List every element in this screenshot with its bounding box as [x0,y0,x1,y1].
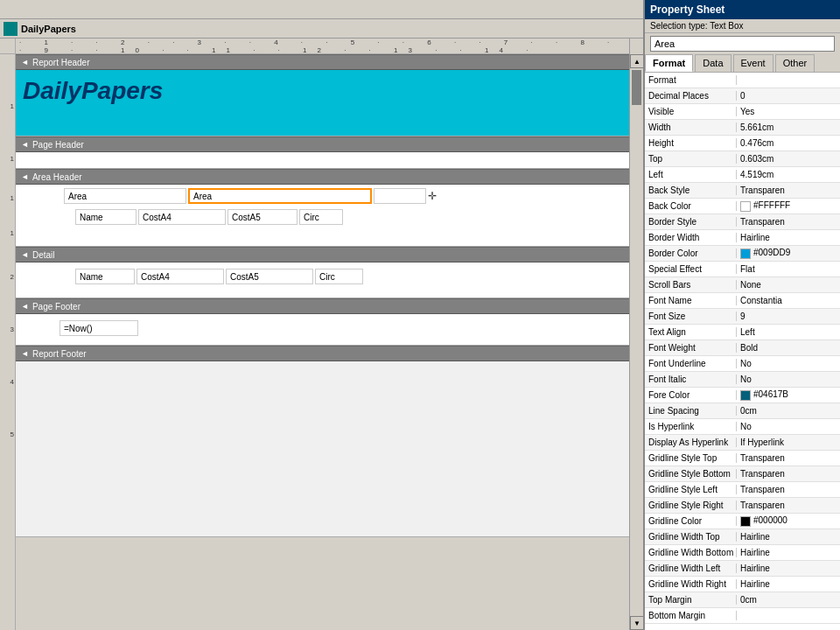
property-row[interactable]: Font UnderlineNo [645,356,840,372]
property-value[interactable]: Bold [737,343,840,353]
property-row[interactable]: Text AlignLeft [645,325,840,340]
detail-costa5[interactable]: CostA5 [226,269,313,284]
property-value[interactable]: No [737,359,840,368]
property-value[interactable]: Yes [737,107,840,116]
property-row[interactable]: Top0.603cm [645,151,840,167]
property-value[interactable]: Hairline [737,532,840,542]
property-name: Format [645,75,737,85]
object-name-field[interactable]: Area [650,36,835,52]
tab-other[interactable]: Other [775,54,816,72]
circ-label[interactable]: Circ [299,209,343,225]
property-value[interactable]: 9 [737,312,840,321]
report-title: DailyPapers [23,77,163,105]
property-value[interactable]: #009DD9 [737,248,840,258]
property-value[interactable]: Transparen [737,453,840,463]
property-row[interactable]: Border WidthHairline [645,230,840,246]
area-textbox-right[interactable] [374,188,426,204]
scroll-down-button[interactable]: ▼ [630,616,643,630]
title-bar: DailyPapers [0,19,643,38]
now-field[interactable]: =Now() [60,320,138,336]
detail-name[interactable]: Name [75,269,135,284]
property-row[interactable]: Width5.661cm [645,120,840,136]
property-value[interactable]: 4.519cm [737,170,840,179]
scroll-up-button[interactable]: ▲ [630,54,643,68]
property-row[interactable]: Border StyleTransparen [645,214,840,230]
property-value[interactable]: #FFFFFF [737,200,840,211]
property-row[interactable]: Font ItalicNo [645,372,840,388]
property-name: Font Underline [645,359,737,368]
area-textbox-selected[interactable]: Area ✛ [188,188,372,204]
property-row[interactable]: Font NameConstantia [645,293,840,309]
property-name: Gridline Style Top [645,453,737,463]
property-value[interactable]: Hairline [737,548,840,557]
property-row[interactable]: Display As HyperlinkIf Hyperlink [645,435,840,451]
property-row[interactable]: Font WeightBold [645,340,840,356]
property-value[interactable]: #000000 [737,515,840,526]
property-row[interactable]: Gridline Style RightTransparen [645,498,840,514]
property-value[interactable]: 0 [737,91,840,101]
property-row[interactable]: Gridline Style TopTransparen [645,451,840,466]
costa4-label[interactable]: CostA4 [138,209,226,225]
detail-circ[interactable]: Circ [315,269,363,284]
property-row[interactable]: Scroll BarsNone [645,277,840,293]
property-value[interactable]: Flat [737,264,840,274]
tab-data[interactable]: Data [695,54,731,72]
property-value[interactable]: None [737,280,840,290]
property-value[interactable]: Hairline [737,233,840,242]
property-row[interactable]: Back StyleTransparen [645,183,840,199]
property-row[interactable]: Top Margin0cm [645,592,840,608]
property-value[interactable]: No [737,374,840,384]
property-panel: Property Sheet Selection type: Text Box … [643,0,840,630]
property-row[interactable]: Special EffectFlat [645,262,840,277]
property-value[interactable]: Hairline [737,564,840,573]
property-value[interactable]: Hairline [737,579,840,589]
page-footer-body: =Now() [16,314,629,346]
property-row[interactable]: Border Color#009DD9 [645,246,840,262]
tab-format[interactable]: Format [645,54,693,72]
scrollbar-thumb[interactable] [632,70,641,105]
property-value[interactable]: Left [737,327,840,337]
property-value[interactable]: Transparen [737,469,840,479]
property-name: Border Color [645,248,737,258]
property-row[interactable]: Format [645,73,840,88]
property-row[interactable]: Font Size9 [645,309,840,325]
property-row[interactable]: Line Spacing0cm [645,403,840,419]
property-value[interactable]: Transparen [737,186,840,195]
property-row[interactable]: Back Color#FFFFFF [645,199,840,214]
canvas-scroll[interactable]: ◄ Report Header DailyPapers ◄ Page Heade… [16,54,629,630]
property-value[interactable]: Transparen [737,217,840,227]
property-value[interactable]: Transparen [737,485,840,494]
property-row[interactable]: Gridline Style BottomTransparen [645,466,840,482]
property-row[interactable]: Is HyperlinkNo [645,419,840,435]
report-header-bar: ◄ Report Header [16,54,629,70]
property-value[interactable]: 0cm [737,595,840,605]
detail-costa4[interactable]: CostA4 [136,269,224,284]
v-scrollbar[interactable]: ▲ ▼ [629,54,643,630]
property-row[interactable]: Gridline Color#000000 [645,514,840,529]
costa5-label[interactable]: CostA5 [228,209,298,225]
property-value[interactable]: 0.603cm [737,154,840,164]
property-value[interactable]: 0.476cm [737,138,840,148]
property-row[interactable]: Left4.519cm [645,167,840,183]
property-row[interactable]: Decimal Places0 [645,88,840,104]
scrollbar-track[interactable] [630,68,643,616]
property-row[interactable]: Gridline Width RightHairline [645,577,840,592]
property-row[interactable]: Bottom Margin [645,608,840,624]
property-name: Gridline Style Right [645,500,737,510]
tab-event[interactable]: Event [733,54,774,72]
property-name: Gridline Width Right [645,579,737,589]
property-row[interactable]: Gridline Style LeftTransparen [645,482,840,498]
property-row[interactable]: Gridline Width BottomHairline [645,545,840,561]
property-row[interactable]: VisibleYes [645,104,840,120]
property-value[interactable]: Constantia [737,296,840,305]
property-value[interactable]: 0cm [737,406,840,416]
property-value[interactable]: Transparen [737,500,840,510]
property-value[interactable]: If Hyperlink [737,438,840,447]
property-row[interactable]: Fore Color#04617B [645,388,840,403]
property-row[interactable]: Height0.476cm [645,136,840,151]
property-value[interactable]: 5.661cm [737,122,840,132]
property-row[interactable]: Gridline Width LeftHairline [645,561,840,577]
property-row[interactable]: Gridline Width TopHairline [645,529,840,545]
property-value[interactable]: No [737,422,840,431]
property-value[interactable]: #04617B [737,389,840,400]
